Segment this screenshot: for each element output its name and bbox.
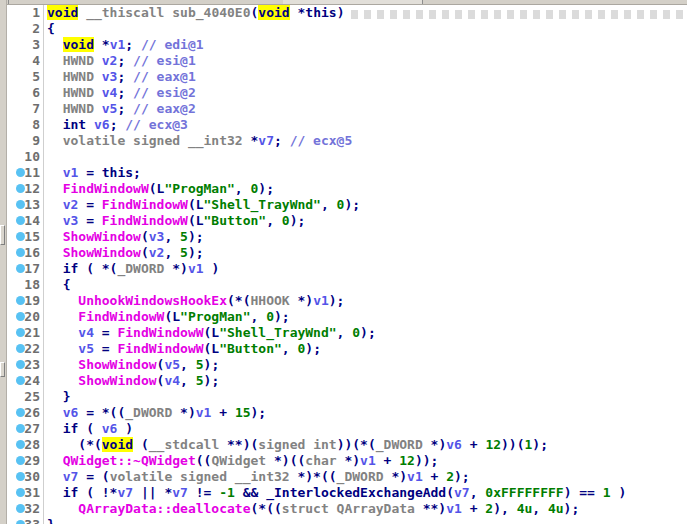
code-text[interactable]: ShowWindow(v4, 5);	[44, 373, 687, 389]
splitter-handle[interactable]	[0, 225, 5, 245]
breakpoint-dot-icon[interactable]	[16, 472, 25, 481]
variable-token: v5	[164, 357, 180, 372]
breakpoint-dot-icon[interactable]	[16, 424, 25, 433]
code-text[interactable]	[44, 149, 687, 165]
code-line[interactable]: 25 }	[7, 389, 687, 405]
breakpoint-dot-icon[interactable]	[16, 328, 25, 337]
navband-strip[interactable]	[0, 0, 7, 524]
code-text[interactable]: v3 = FindWindowW(L"Button", 0);	[44, 213, 687, 229]
gutter-cell: 7	[7, 101, 44, 117]
code-text[interactable]: UnhookWindowsHookEx(*(HHOOK *)v1);	[44, 293, 687, 309]
breakpoint-dot-icon[interactable]	[16, 264, 25, 273]
type-token: signed int	[258, 437, 336, 452]
code-text[interactable]: v6 = *((_DWORD *)v1 + 15);	[44, 405, 687, 421]
gutter-cell: 4	[7, 53, 44, 69]
code-line[interactable]: 33}	[7, 517, 687, 524]
splitter-handle[interactable]	[0, 362, 5, 377]
code-line[interactable]: 8 int v6; // ecx@3	[7, 117, 687, 133]
breakpoint-dot-icon[interactable]	[16, 408, 25, 417]
code-text[interactable]: ShowWindow(v5, 5);	[44, 357, 687, 373]
code-text[interactable]: FindWindowW(L"ProgMan", 0);	[44, 181, 687, 197]
code-text[interactable]: HWND v2; // esi@1	[44, 53, 687, 69]
code-line[interactable]: 22 v5 = FindWindowW(L"Button", 0);	[7, 341, 687, 357]
breakpoint-dot-icon[interactable]	[16, 168, 25, 177]
code-line[interactable]: 5 HWND v3; // eax@1	[7, 69, 687, 85]
code-line[interactable]: 15 ShowWindow(v3, 5);	[7, 229, 687, 245]
code-line[interactable]: 4 HWND v2; // esi@1	[7, 53, 687, 69]
breakpoint-dot-icon[interactable]	[16, 456, 25, 465]
code-line[interactable]: 3 void *v1; // edi@1	[7, 37, 687, 53]
breakpoint-dot-icon[interactable]	[16, 200, 25, 209]
breakpoint-dot-icon[interactable]	[16, 360, 25, 369]
code-text[interactable]: FindWindowW(L"ProgMan", 0);	[44, 309, 687, 325]
breakpoint-dot-icon[interactable]	[16, 296, 25, 305]
code-text[interactable]: volatile signed __int32 *v7; // ecx@5	[44, 133, 687, 149]
breakpoint-dot-icon[interactable]	[16, 232, 25, 241]
code-text[interactable]: v2 = FindWindowW(L"Shell_TrayWnd", 0);	[44, 197, 687, 213]
line-number: 32	[24, 501, 40, 516]
code-text[interactable]: ShowWindow(v3, 5);	[44, 229, 687, 245]
line-number: 6	[32, 85, 40, 100]
breakpoint-dot-icon[interactable]	[16, 504, 25, 513]
code-text[interactable]: void __thiscall sub_4040E0(void *this)	[44, 5, 687, 21]
code-line[interactable]: 18 {	[7, 277, 687, 293]
code-line[interactable]: 26 v6 = *((_DWORD *)v1 + 15);	[7, 405, 687, 421]
code-token: *)	[337, 453, 360, 468]
type-token: _DWORD	[337, 469, 384, 484]
breakpoint-dot-icon[interactable]	[16, 488, 25, 497]
code-text[interactable]: }	[44, 389, 687, 405]
code-text[interactable]: HWND v4; // esi@2	[44, 85, 687, 101]
code-line[interactable]: 19 UnhookWindowsHookEx(*(HHOOK *)v1);	[7, 293, 687, 309]
line-number: 28	[24, 437, 40, 452]
code-line[interactable]: 23 ShowWindow(v5, 5);	[7, 357, 687, 373]
code-text[interactable]: HWND v3; // eax@1	[44, 69, 687, 85]
code-line[interactable]: 11 v1 = this;	[7, 165, 687, 181]
code-line[interactable]: 9 volatile signed __int32 *v7; // ecx@5	[7, 133, 687, 149]
breakpoint-dot-icon[interactable]	[16, 216, 25, 225]
code-line[interactable]: 21 v4 = FindWindowW(L"Shell_TrayWnd", 0)…	[7, 325, 687, 341]
code-line[interactable]: 31 if ( !*v7 || *v7 != -1 && _Interlocke…	[7, 485, 687, 501]
code-text[interactable]: }	[44, 517, 687, 524]
code-text[interactable]: {	[44, 277, 687, 293]
code-line[interactable]: 16 ShowWindow(v2, 5);	[7, 245, 687, 261]
breakpoint-dot-icon[interactable]	[16, 248, 25, 257]
code-line[interactable]: 29 QWidget::~QWidget((QWidget *)((char *…	[7, 453, 687, 469]
gutter-cell: 30	[7, 469, 44, 485]
breakpoint-dot-icon[interactable]	[16, 184, 25, 193]
code-text[interactable]: ShowWindow(v2, 5);	[44, 245, 687, 261]
code-line[interactable]: 10	[7, 149, 687, 165]
breakpoint-dot-icon[interactable]	[16, 440, 25, 449]
code-text[interactable]: QArrayData::deallocate(*((struct QArrayD…	[44, 501, 687, 517]
code-text[interactable]: if ( !*v7 || *v7 != -1 && _InterlockedEx…	[44, 485, 687, 501]
code-text[interactable]: if ( v6 )	[44, 421, 687, 437]
code-line[interactable]: 1void __thiscall sub_4040E0(void *this)	[7, 5, 687, 21]
code-text[interactable]: v1 = this;	[44, 165, 687, 181]
code-line[interactable]: 24 ShowWindow(v4, 5);	[7, 373, 687, 389]
breakpoint-dot-icon[interactable]	[16, 376, 25, 385]
code-line[interactable]: 17 if ( *(_DWORD *)v1 )	[7, 261, 687, 277]
code-text[interactable]: v5 = FindWindowW(L"Button", 0);	[44, 341, 687, 357]
code-line[interactable]: 13 v2 = FindWindowW(L"Shell_TrayWnd", 0)…	[7, 197, 687, 213]
code-line[interactable]: 20 FindWindowW(L"ProgMan", 0);	[7, 309, 687, 325]
breakpoint-dot-icon[interactable]	[16, 344, 25, 353]
code-line[interactable]: 14 v3 = FindWindowW(L"Button", 0);	[7, 213, 687, 229]
code-text[interactable]: v7 = (volatile signed __int32 *)*((_DWOR…	[44, 469, 687, 485]
code-text[interactable]: v4 = FindWindowW(L"Shell_TrayWnd", 0);	[44, 325, 687, 341]
code-text[interactable]: {	[44, 21, 687, 37]
code-line[interactable]: 6 HWND v4; // esi@2	[7, 85, 687, 101]
code-text[interactable]: if ( *(_DWORD *)v1 )	[44, 261, 687, 277]
code-line[interactable]: 7 HWND v5; // eax@2	[7, 101, 687, 117]
code-text[interactable]: (*(void (__stdcall **)(signed int))(*(_D…	[44, 437, 687, 453]
code-line[interactable]: 12 FindWindowW(L"ProgMan", 0);	[7, 181, 687, 197]
code-text[interactable]: int v6; // ecx@3	[44, 117, 687, 133]
code-line[interactable]: 28 (*(void (__stdcall **)(signed int))(*…	[7, 437, 687, 453]
breakpoint-dot-icon[interactable]	[16, 312, 25, 321]
breakpoint-dot-icon[interactable]	[16, 520, 25, 524]
code-text[interactable]: HWND v5; // eax@2	[44, 101, 687, 117]
code-line[interactable]: 30 v7 = (volatile signed __int32 *)*((_D…	[7, 469, 687, 485]
code-line[interactable]: 32 QArrayData::deallocate(*((struct QArr…	[7, 501, 687, 517]
code-line[interactable]: 27 if ( v6 )	[7, 421, 687, 437]
code-text[interactable]: void *v1; // edi@1	[44, 37, 687, 53]
code-text[interactable]: QWidget::~QWidget((QWidget *)((char *)v1…	[44, 453, 687, 469]
code-line[interactable]: 2{	[7, 21, 687, 37]
